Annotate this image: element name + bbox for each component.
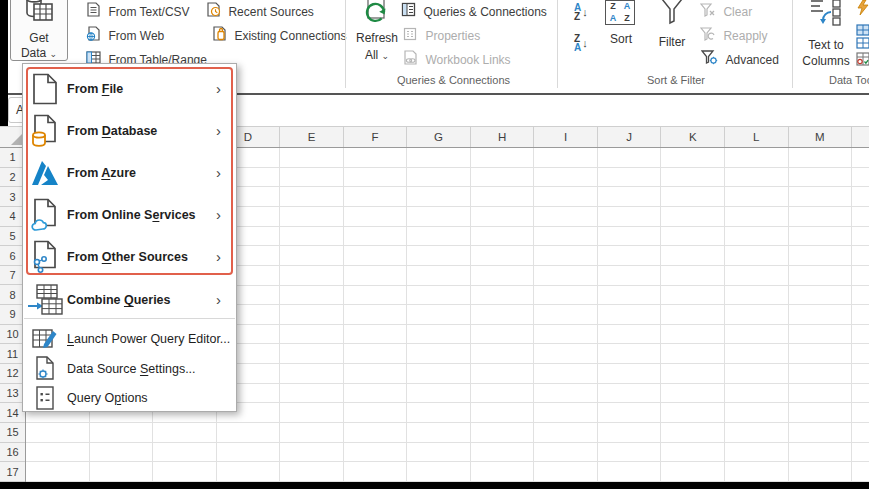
menu-item-from-other-sources[interactable]: From Other Sources › — [23, 236, 236, 278]
cloud-document-icon — [23, 198, 67, 232]
submenu-chevron-icon: › — [216, 294, 236, 306]
excel-window: Get Data ⌄ From Text/CSV From Web From T… — [0, 0, 869, 489]
database-document-icon — [23, 114, 67, 148]
text-to-columns-icon — [809, 0, 852, 32]
menu-item-from-azure[interactable]: From Azure › — [23, 152, 236, 194]
blank-document-icon — [23, 73, 67, 105]
column-header[interactable]: H — [471, 127, 535, 147]
sort-descending-button[interactable]: ZA ↓ — [574, 34, 588, 52]
column-header[interactable]: M — [789, 127, 853, 147]
get-data-label-1: Get — [11, 31, 67, 45]
sort-button[interactable]: ZA AZ Sort — [602, 0, 640, 46]
menu-item-data-source-settings[interactable]: Data Source Settings... — [23, 354, 236, 384]
queries-connections-group-label: Queries & Connections — [350, 74, 557, 86]
get-data-label-2: Data — [21, 46, 46, 60]
column-header[interactable]: L — [725, 127, 789, 147]
advanced-filter-button[interactable]: Advanced — [701, 50, 779, 69]
existing-connections-icon — [212, 26, 227, 45]
column-header[interactable]: E — [280, 127, 344, 147]
combine-tables-icon — [23, 284, 67, 316]
recent-sources-button[interactable]: Recent Sources — [206, 2, 314, 21]
properties-icon — [403, 27, 417, 45]
sort-filter-group-label: Sort & Filter — [560, 74, 792, 86]
data-tools-group-label: Data Tools — [829, 74, 869, 86]
reapply-filter-icon — [700, 27, 716, 45]
network-document-icon — [23, 240, 67, 274]
refresh-all-icon — [362, 0, 392, 31]
column-header[interactable]: F — [344, 127, 408, 147]
advanced-filter-icon — [701, 50, 718, 69]
get-data-dropdown-menu: From File › From Database › From Azure ›… — [22, 63, 237, 412]
menu-item-combine-queries[interactable]: Combine Queries › — [23, 281, 236, 319]
remove-duplicates-icon[interactable] — [856, 24, 869, 54]
existing-connections-button[interactable]: Existing Connections — [212, 26, 347, 45]
data-validation-icon[interactable] — [856, 52, 869, 70]
window-bottom-edge — [0, 482, 869, 489]
row-header[interactable]: 17 — [0, 462, 25, 482]
clear-filter-button-disabled: Clear — [700, 2, 752, 21]
power-query-editor-icon — [23, 327, 67, 351]
menu-item-from-online-services[interactable]: From Online Services › — [23, 194, 236, 236]
menu-item-query-options[interactable]: Query Options — [23, 384, 236, 411]
text-to-columns-button[interactable]: Text to Columns — [800, 0, 852, 68]
ribbon-group-divider — [557, 0, 558, 88]
row-header[interactable]: 15 — [0, 423, 25, 443]
refresh-all-caret-icon: ⌄ — [382, 51, 390, 61]
web-globe-icon — [86, 26, 101, 45]
submenu-chevron-icon: › — [216, 251, 236, 263]
from-web-button[interactable]: From Web — [86, 26, 164, 45]
from-text-csv-button[interactable]: From Text/CSV — [86, 2, 190, 21]
flash-fill-icon[interactable] — [857, 0, 869, 19]
column-header[interactable]: J — [598, 127, 662, 147]
ribbon-group-divider — [792, 0, 793, 88]
data-source-settings-icon — [23, 356, 67, 382]
properties-button-disabled: Properties — [403, 26, 480, 45]
sort-desc-icon: ZA — [574, 34, 581, 52]
column-header[interactable] — [852, 127, 869, 147]
clear-filter-icon — [700, 3, 716, 21]
column-header[interactable]: G — [407, 127, 471, 147]
get-data-caret-icon: ⌄ — [50, 49, 58, 59]
queries-connections-button[interactable]: Queries & Connections — [401, 2, 547, 21]
column-header[interactable]: I — [534, 127, 598, 147]
sort-asc-icon: AZ — [574, 3, 581, 21]
menu-separator — [24, 318, 235, 319]
menu-item-from-database[interactable]: From Database › — [23, 110, 236, 152]
row-header[interactable]: 16 — [0, 443, 25, 463]
filter-funnel-icon — [660, 0, 689, 29]
workbook-links-icon — [403, 50, 418, 69]
sort-dialog-icon: ZA AZ — [605, 0, 635, 25]
filter-button[interactable]: Filter — [655, 0, 689, 49]
submenu-chevron-icon: › — [216, 125, 236, 137]
reapply-filter-button-disabled: Reapply — [700, 26, 767, 45]
submenu-chevron-icon: › — [216, 167, 236, 179]
window-left-edge — [0, 0, 8, 126]
submenu-chevron-icon: › — [216, 209, 236, 221]
sort-ascending-button[interactable]: AZ ↓ — [574, 3, 588, 21]
ribbon-group-divider — [345, 0, 346, 88]
menu-item-launch-power-query-editor[interactable]: Launch Power Query Editor... — [23, 324, 236, 354]
get-data-database-icon — [24, 0, 54, 27]
recent-sources-clock-icon — [206, 2, 221, 21]
menu-item-from-file[interactable]: From File › — [23, 68, 236, 110]
column-header[interactable]: K — [661, 127, 725, 147]
text-csv-icon — [86, 2, 101, 21]
queries-connections-icon — [401, 2, 416, 21]
azure-icon — [23, 159, 67, 187]
query-options-icon — [23, 386, 67, 410]
workbook-links-button-disabled: Workbook Links — [403, 50, 511, 69]
get-data-button[interactable]: Get Data ⌄ — [10, 0, 68, 61]
submenu-chevron-icon: › — [216, 83, 236, 95]
